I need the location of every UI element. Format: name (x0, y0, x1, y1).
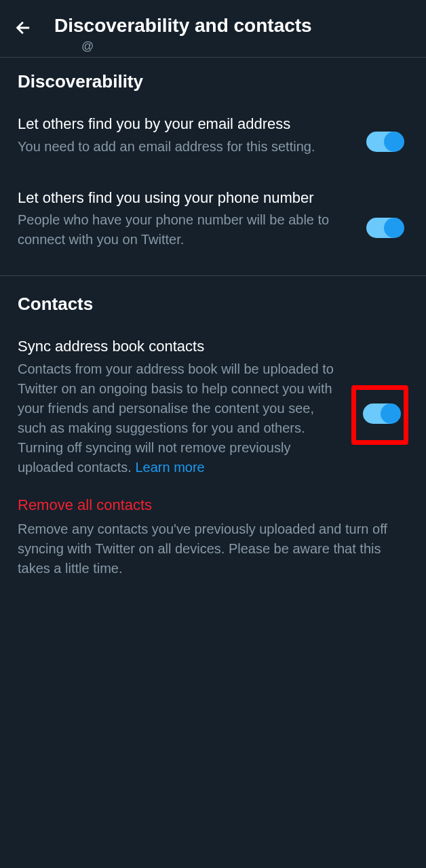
contacts-section: Contacts Sync address book contacts Cont… (0, 280, 426, 587)
remove-contacts-row[interactable]: Remove all contacts Remove any contacts … (18, 477, 408, 578)
email-text: Let others find you by your email addres… (18, 114, 366, 157)
email-discoverability-row: Let others find you by your email addres… (18, 114, 408, 157)
phone-toggle[interactable] (366, 218, 403, 238)
toggle-knob (381, 403, 401, 424)
phone-desc: People who have your phone number will b… (18, 210, 350, 250)
sync-label: Sync address book contacts (18, 336, 341, 357)
sync-toggle[interactable] (363, 403, 400, 424)
learn-more-link[interactable]: Learn more (135, 460, 204, 475)
phone-discoverability-row: Let others find you using your phone num… (18, 188, 408, 250)
sync-contacts-row: Sync address book contacts Contacts from… (18, 336, 408, 477)
remove-contacts-label: Remove all contacts (18, 496, 408, 514)
sync-desc: Contacts from your address book will be … (18, 359, 341, 477)
phone-text: Let others find you using your phone num… (18, 188, 366, 250)
toggle-knob (384, 218, 404, 238)
header: Discoverability and contacts @ (0, 0, 426, 45)
back-arrow-icon[interactable] (14, 18, 34, 38)
email-label: Let others find you by your email addres… (18, 114, 350, 134)
email-desc: You need to add an email address for thi… (18, 137, 350, 157)
sync-desc-text: Contacts from your address book will be … (18, 361, 334, 475)
header-subtitle: @ (81, 39, 94, 54)
discoverability-section: Discoverability Let others find you by y… (0, 58, 426, 271)
phone-toggle-wrap (366, 188, 408, 238)
toggle-knob (384, 132, 404, 152)
sync-toggle-highlight (351, 385, 408, 445)
discoverability-title: Discoverability (18, 71, 408, 92)
sync-text: Sync address book contacts Contacts from… (18, 336, 351, 477)
remove-contacts-desc: Remove any contacts you've previously up… (18, 519, 408, 578)
section-divider (0, 275, 426, 276)
contacts-title: Contacts (18, 294, 408, 315)
email-toggle[interactable] (366, 132, 403, 152)
phone-label: Let others find you using your phone num… (18, 188, 350, 208)
page-title: Discoverability and contacts (54, 15, 312, 37)
email-toggle-wrap (366, 114, 408, 152)
